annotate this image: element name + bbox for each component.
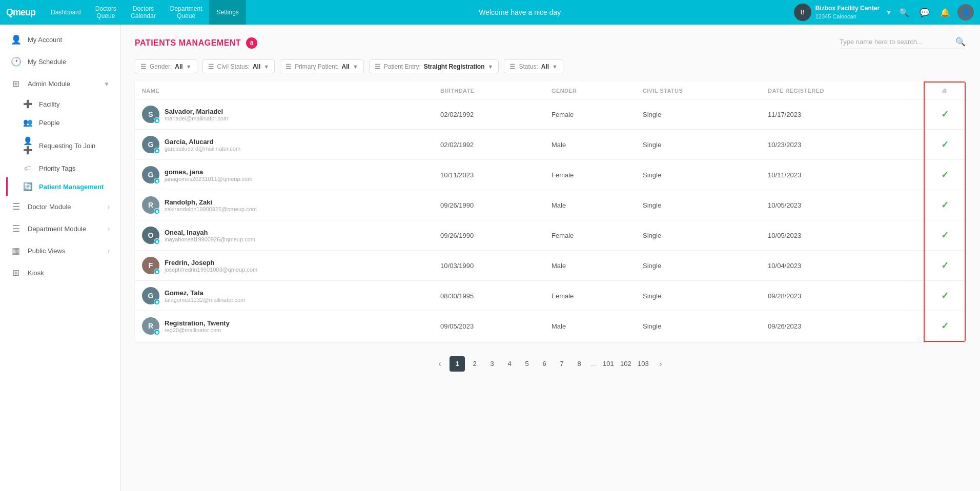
svg-point-4 (155, 240, 158, 242)
doctor-module-arrow-icon: › (108, 203, 110, 211)
patient-email: janagomes20231011@qmeup.com (165, 176, 252, 182)
cell-name: O Oneal, Inayah inayahoneal19900926@qmeu… (135, 220, 433, 251)
chat-icon-btn[interactable]: 💬 (916, 4, 933, 21)
pagination-page-2[interactable]: 2 (467, 356, 482, 372)
cell-birthdate: 09/26/1990 (433, 190, 544, 220)
user-avatar-btn[interactable]: 👤 (957, 4, 974, 21)
search-icon-btn[interactable]: 🔍 (896, 4, 912, 21)
cell-check: ✓ (924, 220, 965, 251)
pagination-page-1[interactable]: 1 (450, 356, 465, 372)
facility-info[interactable]: B Bizbox Facility Center 12345 Caloocan … (794, 4, 892, 21)
filter-gender-label: Gender: (150, 63, 172, 70)
sidebar-item-kiosk[interactable]: ⊞ Kiosk (0, 262, 120, 284)
avatar-indicator (154, 269, 160, 275)
cell-gender: Male (544, 251, 636, 281)
table-row[interactable]: R Registration, Twenty reg20@mailinator.… (135, 311, 965, 341)
filter-patient-entry-arrow-icon: ▼ (488, 64, 494, 70)
facility-dropdown-icon[interactable]: ▼ (886, 9, 892, 16)
print-icon[interactable]: 🖨 (942, 88, 947, 94)
pagination-page-5[interactable]: 5 (519, 356, 535, 372)
table-row[interactable]: S Salvador, Mariadel mariadel@mailinator… (135, 99, 965, 130)
nav-dashboard[interactable]: Dashboard (44, 0, 88, 25)
nav-settings[interactable]: Settings (209, 0, 246, 25)
pagination-prev[interactable]: ‹ (432, 356, 447, 372)
sidebar-label-admin-module: Admin Module (28, 80, 70, 88)
cell-gender: Female (544, 281, 636, 311)
cell-gender: Female (544, 220, 636, 251)
sidebar-item-requesting-to-join[interactable]: 👤➕ Requesting To Join (6, 132, 120, 159)
table-row[interactable]: R Randolph, Zaki zakirandolph19900926@qm… (135, 190, 965, 220)
table-row[interactable]: F Fredrin, Joseph josephfredrin19901003@… (135, 251, 965, 281)
pagination-page-6[interactable]: 6 (537, 356, 552, 372)
cell-name: R Registration, Twenty reg20@mailinator.… (135, 311, 433, 341)
filter-civil-status-arrow-icon: ▼ (263, 64, 269, 70)
col-check: 🖨 (924, 82, 965, 99)
sidebar-item-public-views[interactable]: ▦ Public Views › (0, 240, 120, 262)
cell-birthdate: 02/02/1992 (433, 99, 544, 130)
nav-doctors-calendar[interactable]: Doctors Calendar (124, 0, 163, 25)
sidebar-label-priority-tags: Priority Tags (39, 165, 75, 172)
avatar-indicator (154, 238, 160, 244)
pagination-page-7[interactable]: 7 (554, 356, 569, 372)
admin-sub-items: ➕ Facility 👥 People 👤➕ Requesting To Joi… (0, 95, 120, 196)
pagination-page-8[interactable]: 8 (571, 356, 587, 372)
patient-email: josephfredrin19901003@qmeup.com (165, 267, 257, 273)
table-row[interactable]: G Gomez, Tala talagomez1232@mailinator.c… (135, 281, 965, 311)
logo[interactable]: Qmeup (6, 7, 35, 18)
filter-patient-entry[interactable]: ☰ Patient Entry: Straight Registration ▼ (369, 59, 499, 73)
priority-tags-icon: 🏷 (23, 164, 33, 173)
patients-table-wrap: Name Birthdate Gender Civil Status Date … (135, 81, 966, 342)
cell-name: R Randolph, Zaki zakirandolph19900926@qm… (135, 190, 433, 220)
admin-module-arrow-icon: ▼ (104, 80, 110, 88)
pagination-page-4[interactable]: 4 (502, 356, 517, 372)
nav-items: Dashboard Doctors Queue Doctors Calendar… (44, 0, 246, 25)
filter-primary-patient-icon: ☰ (285, 63, 292, 70)
sidebar-item-priority-tags[interactable]: 🏷 Priority Tags (6, 159, 120, 177)
table-row[interactable]: G gomes, jana janagomes20231011@qmeup.co… (135, 160, 965, 190)
patient-avatar: S (142, 106, 159, 123)
patient-info: Garcia, Alucard garciaalucard@mailinator… (165, 138, 240, 152)
filter-primary-patient[interactable]: ☰ Primary Patient: All ▼ (280, 59, 364, 73)
sidebar-item-facility[interactable]: ➕ Facility (6, 95, 120, 113)
search-icon[interactable]: 🔍 (955, 37, 966, 47)
col-civil-status: Civil Status (636, 82, 761, 99)
admin-module-icon: ⊞ (10, 78, 22, 89)
filter-gender[interactable]: ☰ Gender: All ▼ (135, 59, 197, 73)
sidebar-item-patient-management[interactable]: 🔄 Patient Management (6, 177, 120, 196)
check-mark: ✓ (941, 230, 949, 240)
pagination-page-103[interactable]: 103 (636, 356, 651, 372)
svg-point-0 (155, 119, 158, 121)
sidebar-item-admin-module[interactable]: ⊞ Admin Module ▼ (0, 73, 120, 95)
patient-name: Registration, Twenty (165, 319, 230, 327)
facility-sub: 12345 Caloocan (815, 13, 880, 20)
pagination-page-3[interactable]: 3 (484, 356, 500, 372)
filter-status[interactable]: ☰ Status: All ▼ (504, 59, 563, 73)
nav-doctors-queue[interactable]: Doctors Queue (88, 0, 124, 25)
avatar-indicator (154, 208, 160, 214)
doctor-module-icon: ☰ (10, 201, 22, 212)
sidebar: 👤 My Account 🕐 My Schedule ⊞ Admin Modul… (0, 25, 120, 491)
cell-gender: Female (544, 160, 636, 190)
nav-department-queue[interactable]: Department Queue (163, 0, 210, 25)
cell-check: ✓ (924, 130, 965, 160)
filter-civil-status[interactable]: ☰ Civil Status: All ▼ (202, 59, 275, 73)
sidebar-item-my-account[interactable]: 👤 My Account (0, 29, 120, 51)
pagination-page-101[interactable]: 101 (601, 356, 616, 372)
cell-civil-status: Single (636, 311, 761, 341)
sidebar-item-people[interactable]: 👥 People (6, 113, 120, 132)
patient-name-cell: R Randolph, Zaki zakirandolph19900926@qm… (142, 196, 426, 214)
table-row[interactable]: O Oneal, Inayah inayahoneal19900926@qmeu… (135, 220, 965, 251)
table-row[interactable]: G Garcia, Alucard garciaalucard@mailinat… (135, 130, 965, 160)
patients-table: Name Birthdate Gender Civil Status Date … (135, 81, 966, 342)
pagination-next[interactable]: › (653, 356, 668, 372)
patient-name: gomes, jana (165, 168, 252, 176)
pagination-page-102[interactable]: 102 (618, 356, 634, 372)
filter-patient-entry-icon: ☰ (375, 63, 381, 70)
search-input[interactable] (840, 38, 952, 46)
sidebar-item-department-module[interactable]: ☰ Department Module › (0, 218, 120, 240)
kiosk-icon: ⊞ (10, 268, 22, 278)
sidebar-item-doctor-module[interactable]: ☰ Doctor Module › (0, 196, 120, 218)
page-title: PATIENTS MANAGEMENT (135, 38, 241, 48)
notifications-icon-btn[interactable]: 🔔 (937, 4, 953, 21)
sidebar-item-my-schedule[interactable]: 🕐 My Schedule (0, 51, 120, 73)
